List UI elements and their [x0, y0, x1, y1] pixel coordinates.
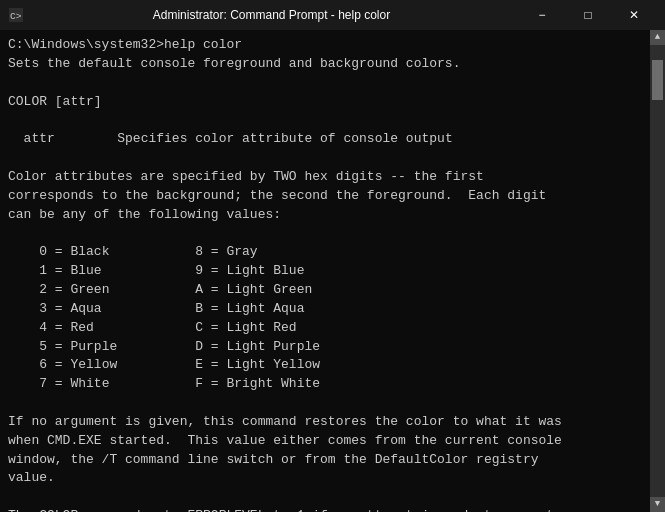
scrollbar-thumb[interactable]	[652, 60, 663, 100]
scroll-up-arrow[interactable]: ▲	[650, 30, 665, 45]
cmd-icon: C>	[8, 7, 24, 23]
title-bar-text: Administrator: Command Prompt - help col…	[30, 8, 513, 22]
scroll-down-arrow[interactable]: ▼	[650, 497, 665, 512]
close-button[interactable]: ✕	[611, 0, 657, 30]
console-output: C:\Windows\system32>help color Sets the …	[8, 36, 657, 512]
console-body: C:\Windows\system32>help color Sets the …	[0, 30, 665, 512]
maximize-button[interactable]: □	[565, 0, 611, 30]
minimize-button[interactable]: −	[519, 0, 565, 30]
window: C> Administrator: Command Prompt - help …	[0, 0, 665, 512]
svg-text:C>: C>	[10, 11, 22, 22]
title-bar: C> Administrator: Command Prompt - help …	[0, 0, 665, 30]
scrollbar[interactable]: ▲ ▼	[650, 30, 665, 512]
title-bar-controls: − □ ✕	[519, 0, 657, 30]
